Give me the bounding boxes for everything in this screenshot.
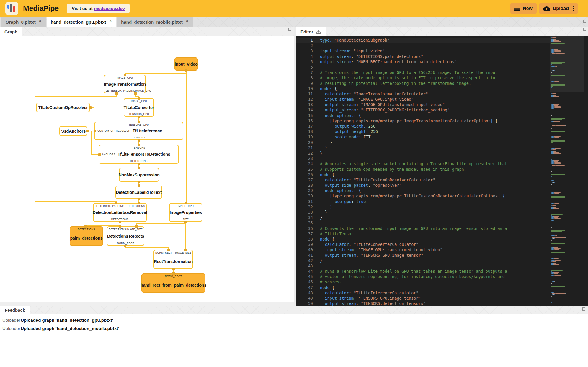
mediapipe-dev-link[interactable]: mediapipe.dev (94, 6, 125, 11)
minimap-line (552, 289, 552, 289)
node-label: ImageTransformation (104, 82, 146, 87)
graph-node-TfLiteTensorsToDetections[interactable]: TENSORSANCHORSTfLiteTensorsToDetectionsD… (99, 145, 179, 164)
graph-node-ImageProperties[interactable]: IMAGE_GPUImagePropertiesSIZE (169, 203, 202, 222)
graph-node-SsdAnchors[interactable]: SsdAnchors (59, 126, 87, 136)
minimap-line (552, 233, 552, 233)
minimap-line (554, 216, 559, 217)
graph-node-DetectionLabelIdToText[interactable]: DetectionLabelIdToText (115, 186, 162, 199)
port-square (172, 272, 175, 275)
minimap-line (551, 92, 555, 92)
feedback-source: Uploader (2, 326, 20, 331)
graph-node-TfLiteConverter[interactable]: IMAGE_GPUTfLiteConverterTENSORS_GPU (124, 98, 154, 117)
close-tab-icon[interactable]: ✕ (39, 19, 42, 23)
new-button[interactable]: New (510, 3, 537, 14)
minimap-line (556, 69, 558, 69)
minimap-line (554, 105, 558, 106)
minimap-line (552, 279, 554, 279)
graph-node-ImageTransformation[interactable]: IMAGE_GPUImageTransformationLETTERBOX_PA… (104, 75, 146, 93)
close-tab-icon[interactable]: ✕ (186, 19, 189, 23)
close-tab-icon[interactable]: ✕ (109, 19, 112, 23)
code-line-2: 2 (296, 43, 550, 48)
port-square (84, 225, 87, 228)
minimap-line (554, 193, 559, 194)
minimap-line (551, 75, 565, 76)
minimap-line (551, 260, 555, 261)
maximize-tabbar-icon[interactable] (583, 20, 586, 23)
minimap-line (552, 223, 554, 223)
minimap-line (556, 237, 558, 238)
code-line-41: 41output_stream: "TENSORS_GPU:image_tens… (296, 253, 550, 258)
editor-minimap[interactable] (550, 36, 584, 306)
graph-node-DetectionsToRects[interactable]: DETECTIONSIMAGE_SIZEDetectionsToRectsNOR… (107, 226, 144, 246)
code-line-17: 17output_width: 256 (296, 124, 550, 129)
minimap-line (555, 279, 555, 279)
minimap-line (552, 64, 552, 65)
file-tab-hand_detection_mobile.pbtxt[interactable]: hand_detection_mobile.pbtxt✕ (117, 17, 192, 27)
minimap-line (552, 37, 556, 38)
maximize-editor-panel-icon[interactable] (583, 28, 586, 31)
graph-node-palm_detections[interactable]: DETECTIONSpalm_detections (70, 226, 103, 246)
upload-button[interactable]: Upload (539, 3, 578, 14)
tab-graph[interactable]: Graph (0, 27, 22, 36)
minimap-line (551, 192, 553, 193)
minimap-line (552, 57, 554, 57)
minimap-line (551, 231, 562, 232)
maximize-feedback-panel-icon[interactable] (582, 307, 585, 311)
minimap-line (554, 98, 561, 98)
minimap-line (555, 224, 556, 224)
upload-button-label: Upload (553, 6, 569, 11)
code-line-14: 14output_stream: "LETTERBOX_PADDING:lett… (296, 107, 550, 113)
minimap-line (554, 137, 559, 138)
tab-feedback[interactable]: Feedback (0, 306, 30, 314)
minimap-line (554, 107, 561, 108)
graph-edge (125, 73, 187, 74)
minimap-line (565, 125, 566, 126)
node-label: DetectionLetterboxRemoval (92, 210, 147, 215)
feedback-source: Uploader (2, 318, 20, 323)
file-tab-Graph_0.pbtxt[interactable]: Graph_0.pbtxt✕ (1, 17, 46, 27)
minimap-line (554, 161, 558, 162)
minimap-line (554, 152, 559, 153)
minimap-line (551, 220, 553, 221)
graph-node-DetectionLetterboxRemoval[interactable]: LETTERBOX_PADDINGDETECTIONSDetectionLett… (93, 203, 147, 222)
minimap-line (551, 217, 553, 218)
minimap-line (552, 159, 552, 160)
minimap-line (551, 100, 565, 100)
graph-node-TfLiteCustomOpResolver[interactable]: TfLiteCustomOpResolver (36, 103, 90, 112)
code-line-46: 46# scores. (296, 279, 550, 285)
maximize-graph-panel-icon[interactable] (288, 28, 291, 31)
minimap-line (552, 111, 554, 111)
download-icon[interactable] (316, 29, 321, 35)
port-square (185, 202, 187, 204)
code-line-7: 7# Transforms the input image on GPU to … (296, 70, 550, 75)
minimap-line (551, 165, 553, 165)
port-square (124, 74, 126, 76)
code-editor[interactable]: 1type: "HandDetectionSubgraph"23input_st… (296, 36, 588, 306)
minimap-line (551, 275, 554, 275)
graph-node-RectTransformation[interactable]: NORM_RECTIMAGE_SIZERectTransformation (153, 250, 193, 269)
minimap-line (554, 50, 561, 51)
upload-menu-kebab-icon[interactable] (573, 6, 574, 11)
graph-canvas[interactable]: input_videoIMAGE_GPUImageTransformationL… (0, 36, 294, 302)
minimap-line (551, 128, 552, 129)
minimap-line (551, 203, 554, 204)
minimap-line (552, 93, 556, 94)
graph-node-hand_rect_from_palm_detections[interactable]: NORM_RECThand_rect_from_palm_detections (141, 273, 205, 293)
tab-editor[interactable]: Editor (296, 27, 326, 36)
file-tab-hand_detection_gpu.pbtxt[interactable]: hand_detection_gpu.pbtxt✕ (47, 17, 116, 27)
minimap-line (555, 92, 561, 92)
minimap-line (551, 140, 565, 141)
minimap-line (552, 56, 555, 56)
graph-node-input_video[interactable]: input_video (174, 57, 198, 71)
minimap-line (551, 156, 565, 156)
graph-node-NonMaxSuppression[interactable]: NonMaxSuppression (119, 168, 159, 182)
editor-scrollbar[interactable] (584, 36, 584, 306)
minimap-line (551, 115, 552, 116)
minimap-line (551, 95, 553, 96)
graph-panel-strip: Graph (0, 27, 294, 36)
input-port-label: DETECTIONS (109, 228, 126, 231)
code-line-32: 32} (296, 204, 550, 210)
code-line-35: 35 (296, 220, 550, 225)
new-button-label: New (523, 6, 533, 11)
graph-node-TfLiteInference[interactable]: TENSORS_GPUCUSTOM_OP_RESOLVERTfLiteInfer… (94, 122, 183, 140)
